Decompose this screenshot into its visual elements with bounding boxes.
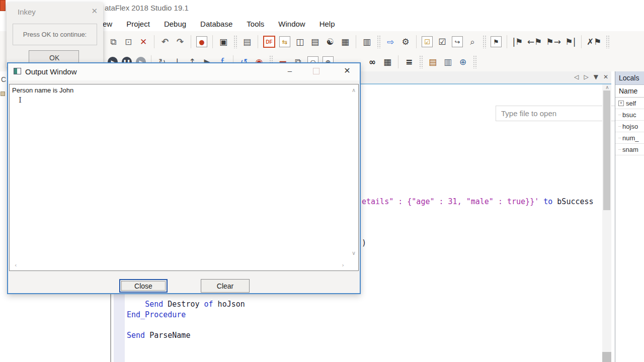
toolbar-grip[interactable] bbox=[473, 55, 476, 68]
tab-scroll-left-icon[interactable]: ◁ bbox=[574, 73, 579, 80]
locals-variable-name: snam bbox=[622, 146, 638, 153]
styles-palette-icon[interactable]: ☯ bbox=[325, 36, 336, 48]
locals-variable-name: num_ bbox=[622, 134, 639, 142]
code-segment-plain bbox=[127, 300, 145, 309]
menu-item-tools[interactable]: Tools bbox=[239, 20, 271, 28]
table-viewer-icon[interactable]: ▦ bbox=[340, 36, 351, 48]
code-segment-keyword: Send bbox=[145, 300, 163, 309]
code-line: Send ParseName bbox=[127, 331, 190, 340]
scroll-left-icon[interactable]: ‹ bbox=[15, 262, 17, 268]
menu-item-debug[interactable]: Debug bbox=[157, 20, 193, 28]
locals-row-snam[interactable]: ┈snam bbox=[615, 144, 644, 155]
expand-icon[interactable]: + bbox=[618, 101, 624, 106]
locals-row-num_[interactable]: ┈num_ bbox=[615, 132, 644, 144]
code-segment-plain: hoJson bbox=[213, 300, 245, 309]
output-window-titlebar[interactable]: Output Window – ✕ bbox=[8, 63, 360, 80]
scroll-down-icon[interactable]: ∨ bbox=[352, 250, 356, 256]
tab-list-icon[interactable]: ▼ bbox=[594, 73, 598, 80]
build-all-icon[interactable]: ⚙ bbox=[400, 36, 411, 48]
code-line: Send Destroy of hoJson bbox=[127, 300, 245, 309]
workspace-icon[interactable]: ⇆ bbox=[279, 36, 290, 47]
close-button[interactable]: Close bbox=[119, 279, 168, 293]
clear-button[interactable]: Clear bbox=[201, 279, 250, 293]
database-builder-icon[interactable]: ◫ bbox=[294, 36, 305, 48]
left-dock-strip: C bbox=[0, 71, 7, 362]
compile-icon[interactable]: ⇨ bbox=[385, 36, 396, 48]
locals-name-column-header[interactable]: Name bbox=[615, 85, 644, 98]
code-line: End_Procedure bbox=[127, 310, 186, 319]
locals-panel-title[interactable]: Locals bbox=[615, 71, 644, 85]
locals-row-bsuc[interactable]: ┈bsuc bbox=[615, 109, 644, 121]
first-bookmark-icon[interactable]: |⚑ bbox=[512, 36, 523, 48]
last-bookmark-icon[interactable]: ⚑| bbox=[565, 36, 576, 48]
toolbar-grip[interactable] bbox=[233, 35, 237, 48]
web-database-icon[interactable]: ⊕ bbox=[457, 56, 468, 68]
paste-icon[interactable]: ⊡ bbox=[123, 36, 134, 48]
dataflex-help-icon[interactable]: DF bbox=[263, 36, 275, 48]
toggle-bookmark-icon[interactable]: ⚑ bbox=[491, 36, 502, 47]
locals-row-self[interactable]: +self bbox=[615, 98, 644, 109]
print-icon[interactable]: ▣ bbox=[218, 36, 229, 48]
table-grid-icon[interactable]: ▦ bbox=[382, 56, 393, 68]
locals-variable-name: hojso bbox=[622, 123, 638, 130]
menu-item-help[interactable]: Help bbox=[312, 20, 342, 28]
report-icon[interactable]: ▥ bbox=[361, 36, 372, 48]
tree-line: ┈ bbox=[618, 124, 621, 129]
undo-icon[interactable]: ↶ bbox=[159, 36, 171, 48]
editor-scrollbar-corner bbox=[602, 352, 611, 362]
next-bookmark-icon[interactable]: ⚑→ bbox=[546, 36, 560, 48]
tree-line: ┈ bbox=[618, 147, 621, 152]
list-view-icon[interactable]: ≡ bbox=[404, 56, 415, 68]
run-program-icon[interactable]: ↪ bbox=[452, 36, 463, 47]
output-text-area[interactable]: Person name is John I ∧ ∨ ‹ › bbox=[9, 84, 359, 271]
compiler-warnings-icon[interactable]: ☑ bbox=[422, 36, 433, 47]
inkey-close-icon[interactable]: ✕ bbox=[91, 7, 98, 16]
find-in-files-icon[interactable]: ⌕ bbox=[467, 36, 478, 48]
menu-item-database[interactable]: Database bbox=[193, 20, 239, 28]
table-editor-icon[interactable]: ▤ bbox=[309, 36, 320, 48]
redo-icon[interactable]: ↷ bbox=[175, 36, 186, 48]
toolbar-grip[interactable] bbox=[606, 35, 609, 48]
toolbar-grip[interactable] bbox=[419, 55, 423, 68]
toolbar-grip[interactable] bbox=[377, 35, 380, 48]
tree-line: ┈ bbox=[618, 135, 621, 141]
copy-icon[interactable]: ⧉ bbox=[108, 36, 119, 48]
toolbar-separator bbox=[416, 35, 417, 48]
left-dock-icon[interactable] bbox=[1, 92, 5, 96]
locals-variable-name: bsuc bbox=[622, 111, 636, 119]
editor-scrollbar-thumb[interactable] bbox=[603, 90, 610, 210]
delete-icon[interactable]: ✕ bbox=[138, 36, 149, 48]
tab-close-icon[interactable]: ✕ bbox=[603, 73, 608, 80]
toolbar-separator bbox=[258, 35, 258, 48]
inkey-dialog-title: Inkey bbox=[18, 8, 36, 16]
code-segment-keyword: of bbox=[204, 300, 213, 309]
toolbar-separator bbox=[212, 35, 213, 48]
toolbar-separator bbox=[191, 35, 191, 48]
close-icon[interactable]: ✕ bbox=[340, 66, 354, 77]
locals-row-hojso[interactable]: ┈hojso bbox=[615, 121, 644, 132]
output-window-title: Output Window bbox=[25, 67, 77, 76]
code-segment-plain bbox=[539, 197, 543, 206]
table-data-icon[interactable]: ▤ bbox=[427, 56, 438, 68]
output-window-icon bbox=[14, 68, 21, 74]
code-segment-string: etails" : {"age" : 31, "male" : true}}' bbox=[362, 197, 539, 206]
scroll-up-icon[interactable]: ∧ bbox=[352, 87, 356, 94]
menu-item-project[interactable]: Project bbox=[119, 20, 157, 28]
tab-scroll-right-icon[interactable]: ▷ bbox=[584, 73, 588, 80]
clear-bookmarks-icon[interactable]: ✗⚑ bbox=[587, 36, 601, 48]
toolbar-separator bbox=[356, 35, 356, 48]
menu-item-window[interactable]: Window bbox=[271, 20, 312, 28]
code-segment-plain: Destroy bbox=[163, 300, 204, 309]
prev-bookmark-icon[interactable]: ←⚑ bbox=[527, 36, 542, 48]
scroll-right-icon[interactable]: › bbox=[342, 262, 344, 268]
checks-icon[interactable]: ☑ bbox=[437, 36, 448, 48]
text-cursor: I bbox=[19, 96, 22, 105]
code-explorer-icon[interactable]: ∞ bbox=[367, 56, 378, 68]
copy-list-icon[interactable]: ▤ bbox=[242, 36, 253, 48]
maximize-icon[interactable] bbox=[313, 68, 319, 74]
minimize-icon[interactable]: – bbox=[283, 66, 297, 76]
database-icon[interactable]: ▥ bbox=[442, 56, 453, 68]
toolbar-grip[interactable] bbox=[482, 35, 486, 48]
code-segment-keyword: to bbox=[543, 197, 552, 206]
record-macro-icon[interactable]: ● bbox=[196, 36, 207, 47]
